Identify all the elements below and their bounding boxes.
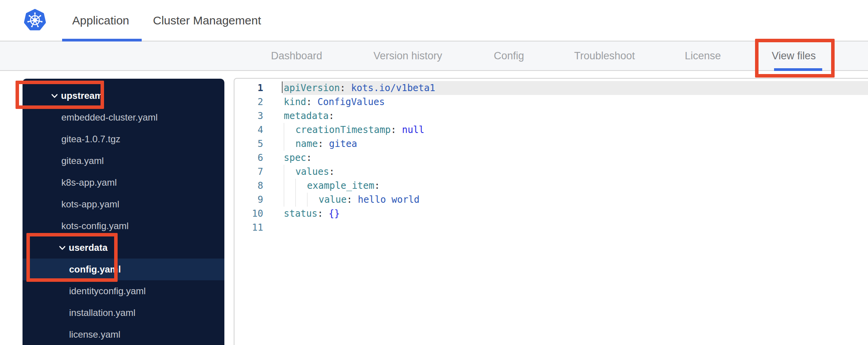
app-subnav: DashboardVersion historyConfigTroublesho… — [0, 41, 868, 71]
active-tab-underline — [62, 39, 142, 41]
file-tree-item-embedded-cluster-yaml[interactable]: embedded-cluster.yaml — [23, 107, 224, 128]
kubernetes-logo-icon — [24, 9, 46, 32]
file-tree-item-gitea-1-0-7-tgz[interactable]: gitea-1.0.7.tgz — [23, 128, 224, 150]
line-content: kind: ConfigValues — [284, 95, 385, 109]
line-content: spec: — [284, 151, 312, 165]
line-number: 8 — [234, 179, 263, 193]
indent-guide — [295, 193, 307, 207]
file-tree-item-config-yaml[interactable]: config.yaml — [23, 259, 224, 280]
file-label: identityconfig.yaml — [69, 286, 146, 297]
subnav-tab-dashboard[interactable]: Dashboard — [271, 41, 322, 70]
folder-label: upstream — [61, 90, 103, 101]
file-tree-sidebar: upstreamembedded-cluster.yamlgitea-1.0.7… — [23, 79, 224, 345]
code-line-8: 8example_item: — [234, 179, 868, 193]
indent-guide — [307, 193, 319, 207]
line-content: name: gitea — [284, 137, 357, 151]
line-content: apiVersion: kots.io/v1beta1 — [284, 81, 435, 95]
line-content: value: hello world — [284, 193, 420, 207]
text-cursor — [282, 81, 283, 93]
tab-application[interactable]: Application — [72, 0, 129, 41]
file-tree-item-upstream[interactable]: upstream — [23, 85, 224, 107]
code-line-9: 9value: hello world — [234, 193, 868, 207]
primary-navbar: Application Cluster Management — [0, 0, 868, 41]
chevron-down-icon — [59, 246, 66, 250]
line-number: 4 — [234, 123, 263, 137]
file-label: gitea.yaml — [61, 155, 104, 166]
file-tree-item-k8s-app-yaml[interactable]: k8s-app.yaml — [23, 172, 224, 193]
indent-guide — [284, 179, 295, 193]
file-tree-item-kots-config-yaml[interactable]: kots-config.yaml — [23, 215, 224, 237]
code-line-7: 7values: — [234, 165, 868, 179]
line-number: 6 — [234, 151, 263, 165]
file-label: installation.yaml — [69, 307, 135, 318]
file-tree-item-identityconfig-yaml[interactable]: identityconfig.yaml — [23, 280, 224, 302]
kots-admin-console: Application Cluster Management Dashboard… — [0, 0, 868, 345]
indent-guide — [284, 123, 295, 137]
chevron-down-icon — [51, 94, 58, 98]
code-line-3: 3metadata: — [234, 109, 868, 123]
line-number: 2 — [234, 95, 263, 109]
line-number: 7 — [234, 165, 263, 179]
line-number: 9 — [234, 193, 263, 207]
line-content: metadata: — [284, 109, 334, 123]
indent-guide — [284, 165, 295, 179]
subnav-tab-view-files[interactable]: View files — [772, 41, 816, 70]
subnav-tab-troubleshoot[interactable]: Troubleshoot — [574, 41, 635, 70]
tab-cluster-management[interactable]: Cluster Management — [153, 0, 261, 41]
file-label: config.yaml — [69, 264, 121, 275]
indent-guide — [284, 137, 295, 151]
subnav-tab-version-history[interactable]: Version history — [373, 41, 442, 70]
code-line-5: 5name: gitea — [234, 137, 868, 151]
line-content: example_item: — [284, 179, 380, 193]
code-line-4: 4creationTimestamp: null — [234, 123, 868, 137]
file-label: license.yaml — [69, 329, 120, 340]
code-line-10: 10status: {} — [234, 207, 868, 221]
code-line-6: 6spec: — [234, 151, 868, 165]
line-number: 11 — [234, 221, 263, 235]
file-label: gitea-1.0.7.tgz — [61, 134, 120, 145]
file-tree-item-kots-app-yaml[interactable]: kots-app.yaml — [23, 193, 224, 215]
subnav-tab-config[interactable]: Config — [494, 41, 524, 70]
line-number: 3 — [234, 109, 263, 123]
line-content: values: — [284, 165, 335, 179]
indent-guide — [295, 179, 307, 193]
subnav-tab-license[interactable]: License — [685, 41, 721, 70]
folder-label: userdata — [69, 242, 108, 253]
file-tree-item-gitea-yaml[interactable]: gitea.yaml — [23, 150, 224, 172]
line-content: status: {} — [284, 207, 340, 221]
indent-guide — [284, 193, 295, 207]
file-label: kots-app.yaml — [61, 199, 119, 210]
view-files-underline — [774, 68, 822, 71]
code-line-11: 11 — [234, 221, 868, 235]
line-content: creationTimestamp: null — [284, 123, 424, 137]
file-tree-item-userdata[interactable]: userdata — [23, 237, 224, 259]
yaml-file-viewer[interactable]: 1apiVersion: kots.io/v1beta12kind: Confi… — [234, 78, 868, 345]
file-label: embedded-cluster.yaml — [61, 112, 158, 123]
file-tree-item-installation-yaml[interactable]: installation.yaml — [23, 302, 224, 324]
file-label: kots-config.yaml — [61, 221, 128, 231]
line-number: 5 — [234, 137, 263, 151]
line-number: 10 — [234, 207, 263, 221]
code-line-1: 1apiVersion: kots.io/v1beta1 — [234, 81, 868, 95]
code-line-2: 2kind: ConfigValues — [234, 95, 868, 109]
line-number: 1 — [234, 81, 263, 95]
file-label: k8s-app.yaml — [61, 177, 117, 188]
file-tree-item-license-yaml[interactable]: license.yaml — [23, 324, 224, 345]
